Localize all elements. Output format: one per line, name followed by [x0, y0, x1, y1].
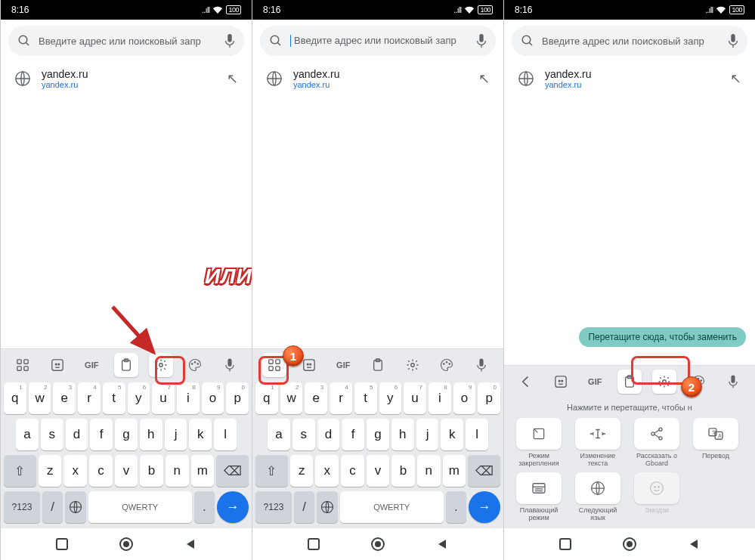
nav-recent-icon[interactable] — [308, 538, 320, 550]
grid-item-floating[interactable]: Плавающий режим — [512, 472, 566, 522]
mic-icon[interactable] — [218, 353, 242, 377]
suggestion-row[interactable]: yandex.ru yandex.ru ↖ — [504, 62, 755, 95]
key-r[interactable]: r4 — [78, 382, 101, 414]
grid-item-edit-text[interactable]: Изменение текста — [571, 418, 625, 468]
insert-arrow-icon[interactable]: ↖ — [227, 70, 238, 87]
gif-icon[interactable]: GIF — [331, 353, 355, 377]
key-lang[interactable] — [317, 491, 337, 523]
key-h[interactable]: h — [140, 419, 162, 450]
key-b[interactable]: b — [140, 455, 163, 487]
grid-item-share[interactable]: Рассказать о Gboard — [630, 418, 684, 468]
key-f[interactable]: f — [342, 419, 364, 450]
nav-back-icon[interactable] — [436, 538, 448, 550]
key-w[interactable]: w2 — [29, 382, 51, 414]
key-v[interactable]: v — [367, 455, 390, 487]
key-go[interactable]: → — [469, 491, 500, 523]
insert-arrow-icon[interactable]: ↖ — [478, 70, 490, 87]
key-l[interactable]: l — [466, 419, 488, 450]
key-a[interactable]: a — [268, 419, 290, 450]
search-bar[interactable]: Введите адрес или поисковый запр — [260, 26, 496, 56]
key-x[interactable]: x — [63, 455, 87, 487]
palette-icon[interactable] — [183, 353, 207, 377]
key-q[interactable]: q1 — [255, 382, 278, 414]
key-d[interactable]: d — [66, 419, 88, 450]
key-s[interactable]: s — [41, 419, 63, 450]
gear-icon[interactable] — [652, 370, 676, 394]
back-arrow-icon[interactable] — [514, 370, 538, 394]
key-q[interactable]: q1 — [4, 382, 26, 414]
mic-icon[interactable] — [476, 34, 487, 48]
suggestion-row[interactable]: yandex.ru yandex.ru ↖ — [252, 62, 503, 95]
key-u[interactable]: u7 — [404, 382, 426, 414]
gear-icon[interactable] — [401, 353, 425, 377]
key-d[interactable]: d — [317, 419, 340, 450]
key-backspace[interactable]: ⌫ — [468, 455, 500, 487]
key-i[interactable]: i8 — [429, 382, 451, 414]
mic-icon[interactable] — [728, 34, 738, 48]
insert-arrow-icon[interactable]: ↖ — [730, 70, 741, 87]
key-p[interactable]: p0 — [226, 382, 249, 414]
key-shift[interactable]: ⇧ — [255, 455, 288, 487]
key-x[interactable]: x — [315, 455, 339, 487]
nav-back-icon[interactable] — [688, 538, 700, 550]
key-c[interactable]: c — [341, 455, 364, 487]
key-v[interactable]: v — [115, 455, 138, 487]
key-u[interactable]: u7 — [152, 382, 175, 414]
grid-item-next-lang[interactable]: Следующий язык — [571, 472, 625, 522]
key-b[interactable]: b — [391, 455, 415, 487]
key-backspace[interactable]: ⌫ — [216, 455, 249, 487]
key-r[interactable]: r4 — [330, 382, 352, 414]
key-space[interactable]: QWERTY — [88, 491, 192, 523]
key-a[interactable]: a — [16, 419, 39, 450]
nav-home-icon[interactable] — [370, 537, 385, 552]
suggestion-row[interactable]: yandex.ru yandex.ru ↖ — [1, 62, 252, 95]
search-bar[interactable]: Введите адрес или поисковый запр — [8, 26, 244, 56]
sticker-icon[interactable] — [45, 353, 70, 377]
key-n[interactable]: n — [417, 455, 441, 487]
key-dot[interactable]: . — [446, 491, 466, 523]
clipboard-icon[interactable] — [617, 370, 642, 394]
key-j[interactable]: j — [416, 419, 439, 450]
palette-icon[interactable] — [435, 353, 459, 377]
key-f[interactable]: f — [90, 419, 113, 450]
key-dot[interactable]: . — [194, 491, 215, 523]
key-p[interactable]: p0 — [478, 382, 500, 414]
key-o[interactable]: o9 — [202, 382, 224, 414]
key-z[interactable]: z — [290, 455, 314, 487]
key-k[interactable]: k — [189, 419, 212, 450]
grid-item-translate[interactable]: 文AПеревод — [688, 418, 743, 468]
key-numbers[interactable]: ?123 — [255, 491, 292, 523]
key-s[interactable]: s — [292, 419, 315, 450]
key-m[interactable]: m — [191, 455, 215, 487]
key-go[interactable]: → — [217, 491, 249, 523]
grid-item-emoji[interactable]: Эмодзи — [630, 472, 684, 522]
key-c[interactable]: c — [89, 455, 113, 487]
key-slash[interactable]: / — [42, 491, 63, 523]
key-t[interactable]: t5 — [354, 382, 377, 414]
sticker-icon[interactable] — [549, 370, 573, 394]
nav-back-icon[interactable] — [184, 538, 196, 550]
grid-icon[interactable] — [11, 353, 35, 377]
grid-item-pin[interactable]: Режим закрепления — [512, 418, 566, 468]
mic-icon[interactable] — [224, 34, 235, 48]
key-m[interactable]: m — [443, 455, 466, 487]
gif-icon[interactable]: GIF — [79, 353, 104, 377]
clipboard-icon[interactable] — [366, 353, 390, 377]
key-o[interactable]: o9 — [453, 382, 476, 414]
key-g[interactable]: g — [367, 419, 389, 450]
mic-icon[interactable] — [721, 370, 745, 394]
key-j[interactable]: j — [165, 419, 187, 450]
key-y[interactable]: y6 — [379, 382, 402, 414]
gif-icon[interactable]: GIF — [583, 370, 607, 394]
nav-recent-icon[interactable] — [559, 538, 571, 550]
key-k[interactable]: k — [441, 419, 463, 450]
key-e[interactable]: e3 — [305, 382, 327, 414]
key-z[interactable]: z — [39, 455, 62, 487]
search-bar[interactable]: Введите адрес или поисковый запр — [512, 26, 747, 56]
key-slash[interactable]: / — [294, 491, 314, 523]
key-g[interactable]: g — [115, 419, 138, 450]
key-t[interactable]: t5 — [103, 382, 125, 414]
nav-home-icon[interactable] — [622, 537, 637, 552]
key-y[interactable]: y6 — [128, 382, 150, 414]
key-space[interactable]: QWERTY — [340, 491, 444, 523]
